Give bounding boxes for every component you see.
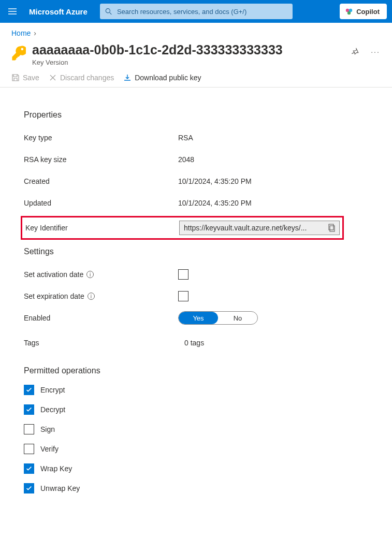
breadcrumb: Home › [0, 23, 392, 40]
row-key-type: Key type RSA [24, 127, 381, 149]
svg-rect-6 [329, 224, 333, 230]
value-key-identifier: https://keyvault.vault.azure.net/keys/..… [184, 224, 325, 232]
op-label: Verify [40, 445, 59, 453]
close-icon [49, 74, 57, 82]
checkbox-activation-date[interactable] [178, 269, 188, 280]
save-icon [11, 74, 20, 82]
search-input[interactable] [116, 7, 287, 16]
value-rsa-size: 2048 [178, 155, 194, 164]
label-key-type: Key type [24, 134, 178, 142]
svg-rect-5 [330, 226, 335, 231]
row-tags: Tags 0 tags [24, 332, 381, 354]
label-expiration-date: Set expiration date i [24, 292, 178, 300]
title-row: aaaaaaaa-0b0b-1c1c-2d2d-333333333333 Key… [0, 40, 392, 67]
op-label: Sign [40, 425, 55, 433]
label-expiration-date-text: Set expiration date [24, 292, 84, 300]
info-icon[interactable]: i [86, 271, 94, 278]
op-label: Decrypt [40, 405, 65, 414]
copilot-icon [345, 7, 353, 16]
row-rsa-size: RSA key size 2048 [24, 149, 381, 170]
label-rsa-size: RSA key size [24, 155, 178, 164]
svg-point-4 [347, 11, 351, 14]
op-checkbox[interactable] [24, 385, 34, 395]
label-enabled: Enabled [24, 314, 178, 322]
discard-button: Discard changes [49, 74, 114, 82]
label-tags: Tags [24, 339, 178, 347]
value-created: 10/1/2024, 4:35:20 PM [178, 177, 252, 185]
info-icon[interactable]: i [88, 293, 95, 300]
top-bar: Microsoft Azure Copilot [0, 0, 392, 23]
op-item: Wrap Key [24, 463, 381, 474]
enabled-no[interactable]: No [218, 312, 257, 324]
discard-label: Discard changes [60, 74, 114, 82]
label-activation-date-text: Set activation date [24, 270, 83, 279]
download-public-key-button[interactable]: Download public key [123, 74, 201, 82]
tags-link[interactable]: 0 tags [184, 339, 204, 347]
copy-icon[interactable] [328, 224, 336, 232]
value-key-type: RSA [178, 134, 193, 142]
op-item: Verify [24, 444, 381, 454]
more-button[interactable]: ··· [370, 47, 381, 57]
search-box[interactable] [100, 4, 293, 19]
save-label: Save [23, 74, 39, 82]
pin-icon [352, 48, 360, 56]
op-label: Unwrap Key [40, 484, 80, 492]
op-item: Encrypt [24, 385, 381, 395]
op-item: Unwrap Key [24, 483, 381, 493]
row-activation-date: Set activation date i [24, 264, 381, 285]
key-icon [11, 46, 26, 62]
svg-point-0 [106, 9, 110, 13]
save-button: Save [11, 74, 39, 82]
op-checkbox[interactable] [24, 404, 34, 415]
label-updated: Updated [24, 199, 178, 207]
brand-label: Microsoft Azure [29, 7, 88, 16]
download-icon [123, 74, 132, 82]
value-updated: 10/1/2024, 4:35:20 PM [178, 199, 252, 207]
op-item: Sign [24, 424, 381, 434]
chevron-right-icon: › [34, 29, 36, 37]
op-checkbox[interactable] [24, 483, 34, 493]
copilot-label: Copilot [356, 8, 380, 16]
op-checkbox[interactable] [24, 424, 34, 434]
pin-button[interactable] [351, 47, 361, 57]
svg-line-1 [109, 12, 111, 14]
op-label: Encrypt [40, 386, 65, 394]
hamburger-icon [8, 7, 17, 16]
op-checkbox[interactable] [24, 444, 34, 454]
permitted-heading: Permitted operations [24, 366, 381, 375]
op-checkbox[interactable] [24, 463, 34, 474]
copilot-button[interactable]: Copilot [340, 4, 387, 19]
breadcrumb-home[interactable]: Home [11, 29, 31, 37]
settings-heading: Settings [24, 247, 381, 256]
toolbar: Save Discard changes Download public key [0, 67, 392, 88]
page-title: aaaaaaaa-0b0b-1c1c-2d2d-333333333333 [32, 42, 283, 57]
enabled-toggle[interactable]: Yes No [178, 311, 258, 325]
op-label: Wrap Key [40, 464, 72, 473]
label-created: Created [24, 177, 178, 185]
op-item: Decrypt [24, 404, 381, 415]
search-icon [105, 8, 112, 15]
hamburger-menu[interactable] [5, 4, 20, 19]
more-icon: ··· [371, 48, 380, 56]
key-identifier-field[interactable]: https://keyvault.vault.azure.net/keys/..… [179, 221, 340, 235]
label-key-identifier: Key Identifier [22, 224, 179, 232]
page-subtitle: Key Version [32, 59, 283, 66]
content-area: Properties Key type RSA RSA key size 204… [0, 88, 392, 524]
row-expiration-date: Set expiration date i [24, 285, 381, 307]
label-activation-date: Set activation date i [24, 270, 178, 279]
row-updated: Updated 10/1/2024, 4:35:20 PM [24, 192, 381, 214]
checkbox-expiration-date[interactable] [178, 291, 188, 301]
permitted-operations-list: EncryptDecryptSignVerifyWrap KeyUnwrap K… [24, 385, 381, 493]
row-enabled: Enabled Yes No [24, 307, 381, 329]
row-key-identifier: Key Identifier https://keyvault.vault.az… [21, 216, 344, 240]
enabled-yes[interactable]: Yes [179, 312, 218, 324]
download-label: Download public key [135, 74, 201, 82]
properties-heading: Properties [24, 110, 381, 120]
row-created: Created 10/1/2024, 4:35:20 PM [24, 170, 381, 192]
